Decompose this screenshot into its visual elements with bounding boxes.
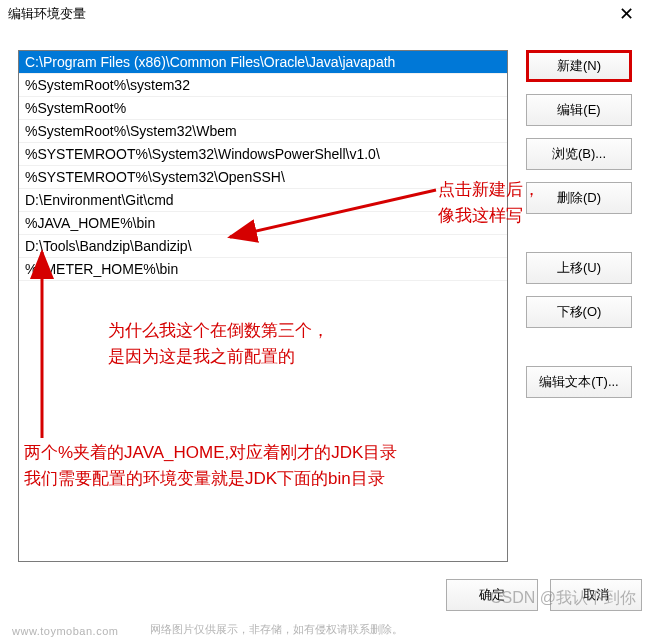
list-item[interactable]: %JMETER_HOME%\bin [19, 258, 507, 281]
list-item[interactable]: %SystemRoot% [19, 97, 507, 120]
path-listbox[interactable]: C:\Program Files (x86)\Common Files\Orac… [18, 50, 508, 562]
main-content: C:\Program Files (x86)\Common Files\Orac… [0, 28, 654, 572]
list-item[interactable]: %JAVA_HOME%\bin [19, 212, 507, 235]
browse-button[interactable]: 浏览(B)... [526, 138, 632, 170]
side-buttons: 新建(N) 编辑(E) 浏览(B)... 删除(D) 上移(U) 下移(O) 编… [526, 50, 632, 562]
close-icon[interactable]: ✕ [607, 3, 646, 25]
list-item[interactable]: %SystemRoot%\System32\Wbem [19, 120, 507, 143]
new-button[interactable]: 新建(N) [526, 50, 632, 82]
title-bar: 编辑环境变量 ✕ [0, 0, 654, 28]
list-item[interactable]: C:\Program Files (x86)\Common Files\Orac… [19, 51, 507, 74]
watermark-csdn: CSDN @我认不到你 [490, 588, 636, 609]
edit-button[interactable]: 编辑(E) [526, 94, 632, 126]
move-down-button[interactable]: 下移(O) [526, 296, 632, 328]
edit-text-button[interactable]: 编辑文本(T)... [526, 366, 632, 398]
list-item[interactable]: %SystemRoot%\system32 [19, 74, 507, 97]
watermark-domain: www.toymoban.com [12, 625, 118, 637]
list-item[interactable]: D:\Tools\Bandzip\Bandizip\ [19, 235, 507, 258]
list-item[interactable]: D:\Environment\Git\cmd [19, 189, 507, 212]
delete-button[interactable]: 删除(D) [526, 182, 632, 214]
watermark-note: 网络图片仅供展示，非存储，如有侵权请联系删除。 [150, 622, 403, 637]
list-item[interactable]: %SYSTEMROOT%\System32\WindowsPowerShell\… [19, 143, 507, 166]
window-title: 编辑环境变量 [8, 5, 86, 23]
list-item[interactable]: %SYSTEMROOT%\System32\OpenSSH\ [19, 166, 507, 189]
move-up-button[interactable]: 上移(U) [526, 252, 632, 284]
